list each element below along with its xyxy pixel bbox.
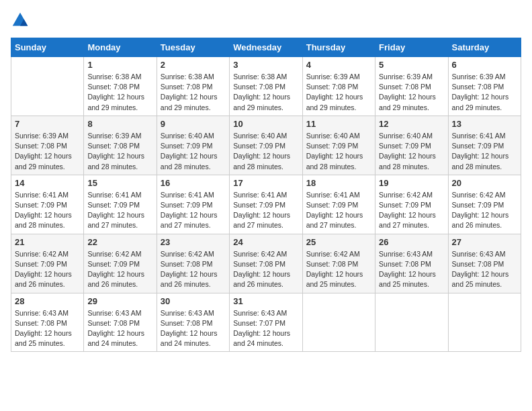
calendar-cell: 22Sunrise: 6:42 AM Sunset: 7:09 PM Dayli… xyxy=(84,234,157,293)
day-number: 7 xyxy=(15,119,80,129)
calendar-cell: 12Sunrise: 6:40 AM Sunset: 7:09 PM Dayli… xyxy=(375,116,448,175)
day-number: 6 xyxy=(452,60,517,70)
calendar-cell: 1Sunrise: 6:38 AM Sunset: 7:08 PM Daylig… xyxy=(84,57,157,116)
day-number: 13 xyxy=(452,119,517,129)
day-info: Sunrise: 6:38 AM Sunset: 7:08 PM Dayligh… xyxy=(233,72,298,113)
day-info: Sunrise: 6:40 AM Sunset: 7:09 PM Dayligh… xyxy=(379,131,444,172)
calendar-cell xyxy=(302,293,375,352)
week-row-1: 1Sunrise: 6:38 AM Sunset: 7:08 PM Daylig… xyxy=(11,57,521,116)
col-header-wednesday: Wednesday xyxy=(230,38,302,57)
calendar-cell: 29Sunrise: 6:43 AM Sunset: 7:08 PM Dayli… xyxy=(84,293,157,352)
calendar-cell: 7Sunrise: 6:39 AM Sunset: 7:08 PM Daylig… xyxy=(11,116,84,175)
calendar-cell: 6Sunrise: 6:39 AM Sunset: 7:08 PM Daylig… xyxy=(448,57,521,116)
calendar-cell: 26Sunrise: 6:43 AM Sunset: 7:08 PM Dayli… xyxy=(375,234,448,293)
calendar-cell: 27Sunrise: 6:43 AM Sunset: 7:08 PM Dayli… xyxy=(448,234,521,293)
day-info: Sunrise: 6:43 AM Sunset: 7:08 PM Dayligh… xyxy=(379,249,444,290)
week-row-2: 7Sunrise: 6:39 AM Sunset: 7:08 PM Daylig… xyxy=(11,116,521,175)
day-info: Sunrise: 6:41 AM Sunset: 7:09 PM Dayligh… xyxy=(452,131,517,172)
calendar-cell: 3Sunrise: 6:38 AM Sunset: 7:08 PM Daylig… xyxy=(230,57,302,116)
week-row-4: 21Sunrise: 6:42 AM Sunset: 7:09 PM Dayli… xyxy=(11,234,521,293)
day-info: Sunrise: 6:43 AM Sunset: 7:08 PM Dayligh… xyxy=(87,308,152,349)
day-number: 5 xyxy=(379,60,444,70)
day-info: Sunrise: 6:40 AM Sunset: 7:09 PM Dayligh… xyxy=(306,131,371,172)
day-info: Sunrise: 6:40 AM Sunset: 7:09 PM Dayligh… xyxy=(233,131,298,172)
day-number: 4 xyxy=(306,60,371,70)
day-number: 1 xyxy=(87,60,152,70)
day-number: 23 xyxy=(161,237,226,247)
day-number: 15 xyxy=(87,178,152,188)
calendar-cell: 9Sunrise: 6:40 AM Sunset: 7:09 PM Daylig… xyxy=(157,116,229,175)
day-number: 19 xyxy=(379,178,444,188)
day-number: 14 xyxy=(15,178,80,188)
day-info: Sunrise: 6:41 AM Sunset: 7:09 PM Dayligh… xyxy=(233,190,298,231)
day-info: Sunrise: 6:39 AM Sunset: 7:08 PM Dayligh… xyxy=(87,131,152,172)
day-number: 9 xyxy=(161,119,226,129)
col-header-monday: Monday xyxy=(84,38,157,57)
day-info: Sunrise: 6:39 AM Sunset: 7:08 PM Dayligh… xyxy=(452,72,517,113)
day-info: Sunrise: 6:42 AM Sunset: 7:08 PM Dayligh… xyxy=(161,249,226,290)
day-info: Sunrise: 6:41 AM Sunset: 7:09 PM Dayligh… xyxy=(87,190,152,231)
col-header-thursday: Thursday xyxy=(302,38,375,57)
calendar-table: SundayMondayTuesdayWednesdayThursdayFrid… xyxy=(11,38,521,352)
calendar-cell xyxy=(375,293,448,352)
calendar-cell: 17Sunrise: 6:41 AM Sunset: 7:09 PM Dayli… xyxy=(230,175,302,234)
col-header-saturday: Saturday xyxy=(448,38,521,57)
day-info: Sunrise: 6:41 AM Sunset: 7:09 PM Dayligh… xyxy=(161,190,226,231)
day-info: Sunrise: 6:40 AM Sunset: 7:09 PM Dayligh… xyxy=(161,131,226,172)
day-number: 26 xyxy=(379,237,444,247)
day-number: 21 xyxy=(15,237,80,247)
day-info: Sunrise: 6:42 AM Sunset: 7:08 PM Dayligh… xyxy=(306,249,371,290)
calendar-cell: 11Sunrise: 6:40 AM Sunset: 7:09 PM Dayli… xyxy=(302,116,375,175)
day-number: 8 xyxy=(87,119,152,129)
calendar-cell: 10Sunrise: 6:40 AM Sunset: 7:09 PM Dayli… xyxy=(230,116,302,175)
day-info: Sunrise: 6:39 AM Sunset: 7:08 PM Dayligh… xyxy=(306,72,371,113)
col-header-tuesday: Tuesday xyxy=(157,38,229,57)
calendar-cell: 23Sunrise: 6:42 AM Sunset: 7:08 PM Dayli… xyxy=(157,234,229,293)
logo-icon xyxy=(11,11,30,30)
day-number: 16 xyxy=(161,178,226,188)
calendar-cell xyxy=(11,57,84,116)
day-number: 3 xyxy=(233,60,298,70)
day-number: 20 xyxy=(452,178,517,188)
calendar-cell: 8Sunrise: 6:39 AM Sunset: 7:08 PM Daylig… xyxy=(84,116,157,175)
col-header-sunday: Sunday xyxy=(11,38,84,57)
day-number: 29 xyxy=(87,296,152,306)
day-info: Sunrise: 6:39 AM Sunset: 7:08 PM Dayligh… xyxy=(15,131,80,172)
calendar-cell: 19Sunrise: 6:42 AM Sunset: 7:09 PM Dayli… xyxy=(375,175,448,234)
day-number: 25 xyxy=(306,237,371,247)
day-number: 27 xyxy=(452,237,517,247)
day-number: 28 xyxy=(15,296,80,306)
day-number: 10 xyxy=(233,119,298,129)
day-number: 22 xyxy=(87,237,152,247)
calendar-cell xyxy=(448,293,521,352)
calendar-cell: 24Sunrise: 6:42 AM Sunset: 7:08 PM Dayli… xyxy=(230,234,302,293)
calendar-cell: 5Sunrise: 6:39 AM Sunset: 7:08 PM Daylig… xyxy=(375,57,448,116)
calendar-cell: 2Sunrise: 6:38 AM Sunset: 7:08 PM Daylig… xyxy=(157,57,229,116)
day-info: Sunrise: 6:38 AM Sunset: 7:08 PM Dayligh… xyxy=(161,72,226,113)
day-info: Sunrise: 6:41 AM Sunset: 7:09 PM Dayligh… xyxy=(306,190,371,231)
calendar-cell: 4Sunrise: 6:39 AM Sunset: 7:08 PM Daylig… xyxy=(302,57,375,116)
week-row-3: 14Sunrise: 6:41 AM Sunset: 7:09 PM Dayli… xyxy=(11,175,521,234)
week-row-5: 28Sunrise: 6:43 AM Sunset: 7:08 PM Dayli… xyxy=(11,293,521,352)
day-number: 24 xyxy=(233,237,298,247)
day-info: Sunrise: 6:42 AM Sunset: 7:08 PM Dayligh… xyxy=(233,249,298,290)
day-info: Sunrise: 6:42 AM Sunset: 7:09 PM Dayligh… xyxy=(452,190,517,231)
calendar-cell: 14Sunrise: 6:41 AM Sunset: 7:09 PM Dayli… xyxy=(11,175,84,234)
day-info: Sunrise: 6:42 AM Sunset: 7:09 PM Dayligh… xyxy=(15,249,80,290)
day-number: 2 xyxy=(161,60,226,70)
day-number: 11 xyxy=(306,119,371,129)
calendar-cell: 25Sunrise: 6:42 AM Sunset: 7:08 PM Dayli… xyxy=(302,234,375,293)
calendar-cell: 21Sunrise: 6:42 AM Sunset: 7:09 PM Dayli… xyxy=(11,234,84,293)
col-header-friday: Friday xyxy=(375,38,448,57)
day-info: Sunrise: 6:39 AM Sunset: 7:08 PM Dayligh… xyxy=(379,72,444,113)
day-number: 18 xyxy=(306,178,371,188)
day-number: 12 xyxy=(379,119,444,129)
calendar-cell: 20Sunrise: 6:42 AM Sunset: 7:09 PM Dayli… xyxy=(448,175,521,234)
calendar-header-row: SundayMondayTuesdayWednesdayThursdayFrid… xyxy=(11,38,521,57)
day-number: 31 xyxy=(233,296,298,306)
page-header xyxy=(11,11,521,30)
day-info: Sunrise: 6:43 AM Sunset: 7:08 PM Dayligh… xyxy=(15,308,80,349)
day-info: Sunrise: 6:42 AM Sunset: 7:09 PM Dayligh… xyxy=(87,249,152,290)
day-number: 17 xyxy=(233,178,298,188)
day-info: Sunrise: 6:42 AM Sunset: 7:09 PM Dayligh… xyxy=(379,190,444,231)
